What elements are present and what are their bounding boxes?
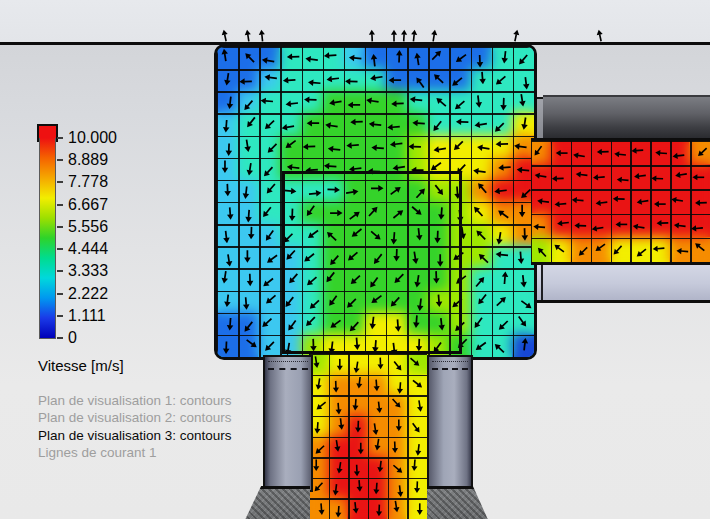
legend-value: 3.333 bbox=[68, 262, 108, 280]
legend-value: 4.444 bbox=[68, 240, 108, 258]
contour-plot-inlet-pipe[interactable] bbox=[531, 138, 710, 265]
base-block-right bbox=[427, 486, 489, 519]
annotation-item-3[interactable]: Plan de visualisation 3: contours bbox=[38, 427, 232, 444]
legend-tick bbox=[57, 248, 63, 250]
plot-annotations-list: Plan de visualisation 1: contoursPlan de… bbox=[38, 392, 232, 461]
annotation-item-2[interactable]: Plan de visualisation 2: contours bbox=[38, 409, 232, 426]
outlet-pipe-wall-right bbox=[427, 355, 473, 492]
base-block-left bbox=[244, 486, 310, 519]
section-edge-line bbox=[541, 263, 543, 300]
outlet-pipe-wall-left bbox=[263, 355, 313, 492]
legend-tick bbox=[57, 137, 63, 139]
hidden-edge-dotted bbox=[432, 361, 468, 362]
mesh-grid bbox=[531, 141, 710, 262]
annotation-item-4[interactable]: Lignes de courant 1 bbox=[38, 444, 232, 461]
contour-plot-outlet-pipe[interactable] bbox=[309, 354, 427, 519]
legend-tick bbox=[57, 270, 63, 272]
inlet-pipe-upper-wall bbox=[543, 95, 710, 140]
legend-tick bbox=[57, 226, 63, 228]
legend-value: 6.667 bbox=[68, 195, 108, 213]
legend-color-bar bbox=[39, 138, 56, 339]
legend-value: 2.222 bbox=[68, 284, 108, 302]
visualisation-plane-outline[interactable] bbox=[282, 171, 462, 354]
hidden-edge-dashed bbox=[268, 368, 308, 370]
legend-value: 1.111 bbox=[68, 306, 106, 324]
legend-tick bbox=[57, 181, 63, 183]
annotation-item-1[interactable]: Plan de visualisation 1: contours bbox=[38, 392, 232, 409]
hidden-edge-dashed bbox=[432, 368, 468, 370]
legend-tick bbox=[57, 159, 63, 161]
legend-value: 8.889 bbox=[68, 151, 108, 169]
legend-tick bbox=[57, 204, 63, 206]
legend-value: 10.000 bbox=[68, 129, 117, 147]
hidden-edge-dotted bbox=[268, 361, 308, 362]
legend-title: Vitesse [m/s] bbox=[38, 357, 124, 374]
legend-tick bbox=[57, 293, 63, 295]
mesh-grid bbox=[309, 354, 427, 519]
inlet-pipe-lower-wall bbox=[524, 261, 710, 303]
legend-tick bbox=[57, 315, 63, 317]
legend-tick bbox=[57, 337, 63, 339]
color-scale-legend[interactable]: 10.0008.8897.7786.6675.5564.4443.3332.22… bbox=[37, 124, 177, 354]
flow-simulation-viewport[interactable]: 10.0008.8897.7786.6675.5564.4443.3332.22… bbox=[0, 0, 710, 519]
legend-value: 7.778 bbox=[68, 173, 108, 191]
legend-value: 5.556 bbox=[68, 218, 108, 236]
legend-value: 0 bbox=[68, 329, 77, 347]
